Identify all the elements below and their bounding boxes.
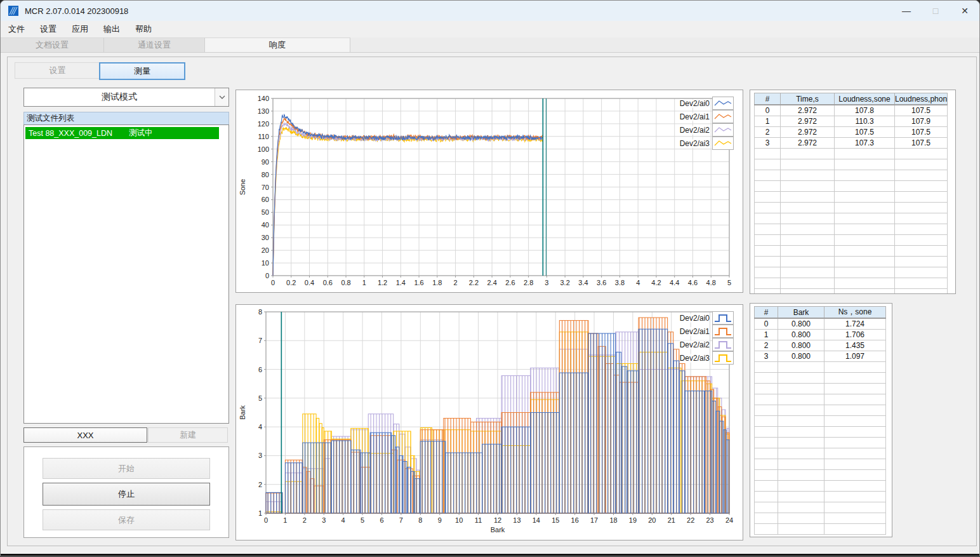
table-cell[interactable]: 0.800 [778, 330, 824, 340]
table-row[interactable]: 20.8001.435 [755, 340, 886, 351]
table-row[interactable] [755, 405, 886, 416]
table-row[interactable]: 12.972110.3107.9 [755, 116, 948, 127]
table-cell[interactable] [781, 213, 835, 224]
table-cell[interactable] [824, 459, 886, 470]
subtab-measure[interactable]: 测量 [99, 62, 185, 80]
menu-help[interactable]: 帮助 [128, 23, 159, 35]
table-cell[interactable] [781, 192, 835, 203]
table-cell[interactable]: 110.3 [835, 116, 895, 127]
table-cell[interactable] [755, 524, 778, 535]
table-row[interactable] [755, 448, 886, 459]
legend-item-dev2-ai0[interactable]: Dev2/ai0 [680, 311, 734, 325]
table-cell[interactable] [895, 149, 948, 159]
table-cell[interactable] [781, 289, 835, 295]
table-cell[interactable] [755, 416, 778, 427]
table-cell[interactable] [895, 257, 948, 267]
table-cell[interactable] [755, 394, 778, 405]
table-cell[interactable]: 2 [755, 127, 781, 138]
table-cell[interactable] [824, 394, 886, 405]
test-file-listbox[interactable]: Test 88_XXX_009_LDN 测试中 [23, 124, 229, 424]
table-cell[interactable] [755, 192, 781, 203]
table-cell[interactable] [755, 427, 778, 438]
specific-loudness-chart[interactable]: 0123456789101112131415161718192021222324… [236, 305, 741, 539]
table-cell[interactable] [824, 373, 886, 384]
test-mode-select[interactable]: 测试模式 [23, 88, 229, 107]
table-cell[interactable]: 0.800 [778, 351, 824, 362]
table-cell[interactable]: 1.097 [824, 351, 886, 362]
table-row[interactable] [755, 502, 886, 513]
table-cell[interactable] [895, 246, 948, 257]
table-cell[interactable] [778, 470, 824, 481]
table-cell[interactable] [755, 362, 778, 373]
table-cell[interactable] [778, 394, 824, 405]
table-row[interactable] [755, 170, 948, 181]
table-row[interactable] [755, 384, 886, 394]
table-row[interactable] [755, 438, 886, 448]
table-row[interactable] [755, 192, 948, 203]
table-cell[interactable] [895, 278, 948, 289]
table-cell[interactable]: 1.706 [824, 330, 886, 340]
table-cell[interactable]: 107.5 [895, 105, 948, 116]
table-cell[interactable] [755, 448, 778, 459]
minimize-button[interactable]: — [892, 1, 921, 21]
test-file-item[interactable]: Test 88_XXX_009_LDN 测试中 [25, 127, 219, 139]
table-cell[interactable] [895, 267, 948, 278]
table-cell[interactable] [755, 224, 781, 235]
table-cell[interactable] [778, 481, 824, 492]
table-cell[interactable] [778, 513, 824, 524]
table-cell[interactable] [755, 384, 778, 394]
table-cell[interactable] [778, 405, 824, 416]
table-cell[interactable] [824, 448, 886, 459]
table-row[interactable]: 32.972107.3107.5 [755, 138, 948, 149]
table-cell[interactable] [824, 438, 886, 448]
table-cell[interactable] [755, 257, 781, 267]
table-cell[interactable] [824, 502, 886, 513]
table-cell[interactable] [781, 257, 835, 267]
tab-loudness[interactable]: 响度 [205, 37, 350, 52]
table-cell[interactable] [778, 492, 824, 502]
table-row[interactable] [755, 149, 948, 159]
table-row[interactable] [755, 257, 948, 267]
table-cell[interactable] [835, 192, 895, 203]
table-cell[interactable] [781, 246, 835, 257]
table-cell[interactable] [835, 203, 895, 213]
table-cell[interactable] [824, 470, 886, 481]
save-button[interactable]: 保存 [43, 509, 210, 530]
table-cell[interactable] [755, 481, 778, 492]
table-cell[interactable] [824, 405, 886, 416]
table-cell[interactable] [895, 192, 948, 203]
table-cell[interactable] [778, 362, 824, 373]
table-cell[interactable] [755, 513, 778, 524]
legend-item-dev2-ai2[interactable]: Dev2/ai2 [680, 338, 734, 351]
table-row[interactable] [755, 416, 886, 427]
table-cell[interactable]: 1 [755, 330, 778, 340]
legend-item-dev2-ai0[interactable]: Dev2/ai0 [680, 97, 734, 110]
table-row[interactable] [755, 213, 948, 224]
table-cell[interactable] [778, 427, 824, 438]
table-cell[interactable] [781, 149, 835, 159]
tab-document-settings[interactable]: 文档设置 [1, 37, 104, 52]
table-cell[interactable] [835, 149, 895, 159]
table-cell[interactable] [895, 235, 948, 246]
table-cell[interactable] [895, 289, 948, 295]
table-cell[interactable] [755, 459, 778, 470]
table-row[interactable] [755, 373, 886, 384]
table-cell[interactable] [835, 181, 895, 192]
table-cell[interactable] [835, 170, 895, 181]
table-cell[interactable] [755, 235, 781, 246]
table-row[interactable] [755, 159, 948, 170]
table-cell[interactable]: 0 [755, 318, 778, 330]
table-cell[interactable] [835, 289, 895, 295]
table-cell[interactable]: 107.5 [895, 127, 948, 138]
table-cell[interactable] [755, 267, 781, 278]
stop-button[interactable]: 停止 [43, 483, 210, 506]
table-cell[interactable] [755, 289, 781, 295]
table-row[interactable] [755, 481, 886, 492]
table-row[interactable] [755, 278, 948, 289]
table-cell[interactable] [755, 203, 781, 213]
table-cell[interactable] [835, 213, 895, 224]
table-cell[interactable] [781, 224, 835, 235]
table-cell[interactable]: 2.972 [781, 116, 835, 127]
table-row[interactable] [755, 362, 886, 373]
table-cell[interactable]: 0.800 [778, 340, 824, 351]
